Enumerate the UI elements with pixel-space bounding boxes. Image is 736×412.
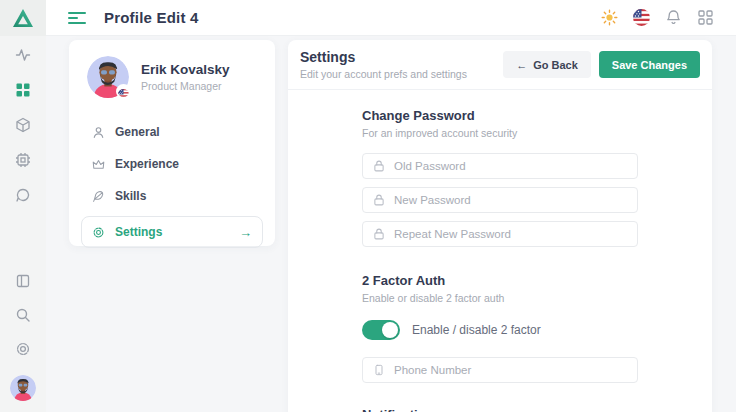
layout-icon[interactable] [15,273,31,289]
lock-icon [373,194,385,206]
toggle-label: Enable / disable 2 factor [412,323,541,337]
notifications-section: Notifications Configure how you receive … [362,407,638,412]
menu-item-general[interactable]: General [81,116,263,148]
profile-name: Erik Kovalsky [141,62,230,77]
two-factor-section: 2 Factor Auth Enable or disable 2 factor… [362,273,638,383]
settings-form: Change Password For an improved account … [362,108,638,412]
menu-item-label: Skills [115,189,146,203]
arrow-left-icon: ← [516,59,527,71]
phone-number-field[interactable] [362,357,638,383]
settings-actions: ← Go Back Save Changes [503,51,700,78]
bell-icon[interactable] [665,9,682,26]
avatar-illustration [10,375,36,401]
settings-title: Settings [300,49,467,65]
user-avatar[interactable] [10,375,36,401]
gear-icon[interactable] [15,341,31,357]
toggle-knob [382,322,398,338]
old-password-input[interactable] [394,160,627,172]
package-icon[interactable] [15,117,31,133]
header-actions [601,9,714,26]
dashboard-grid-icon[interactable] [15,82,31,98]
icon-sidebar [0,0,46,412]
menu-item-skills[interactable]: Skills [81,180,263,212]
repeat-password-field[interactable] [362,221,638,247]
activity-icon[interactable] [15,47,31,63]
section-subtitle: Enable or disable 2 factor auth [362,292,638,304]
go-back-button[interactable]: ← Go Back [503,51,591,78]
settings-header: Settings Edit your account prefs and set… [288,40,712,90]
lock-icon [373,160,385,172]
go-back-label: Go Back [533,59,578,71]
menu-item-label: Settings [115,225,162,239]
app-logo[interactable] [0,0,46,36]
us-flag-icon[interactable] [633,9,650,26]
chat-icon[interactable] [15,187,31,203]
feather-icon [92,190,105,203]
password-fields [362,153,638,247]
page-content: Erik Kovalsky Product Manager General Ex… [46,36,736,412]
menu-item-settings[interactable]: Settings → [81,216,263,248]
page-title: Profile Edit 4 [104,9,199,26]
profile-role: Product Manager [141,80,230,92]
sun-icon[interactable] [601,9,618,26]
change-password-section: Change Password For an improved account … [362,108,638,247]
logo-triangle-icon [12,8,34,28]
new-password-input[interactable] [394,194,627,206]
old-password-field[interactable] [362,153,638,179]
profile-menu: General Experience Skills Settings → [69,110,275,248]
menu-item-experience[interactable]: Experience [81,148,263,180]
section-title: Change Password [362,108,638,123]
settings-subtitle: Edit your account prefs and settings [300,68,467,80]
rail-top-nav [15,36,31,203]
menu-item-label: Experience [115,157,179,171]
section-title: 2 Factor Auth [362,273,638,288]
menu-item-label: General [115,125,160,139]
lock-icon [373,228,385,240]
two-factor-toggle[interactable] [362,320,400,340]
arrow-right-icon: → [239,226,252,239]
two-factor-toggle-row: Enable / disable 2 factor [362,320,638,340]
cpu-icon[interactable] [15,152,31,168]
rail-bottom-nav [10,273,36,412]
profile-card: Erik Kovalsky Product Manager General Ex… [69,40,275,246]
profile-avatar [87,56,129,98]
gear-icon [92,226,105,239]
apps-grid-icon[interactable] [697,9,714,26]
user-icon [92,126,105,139]
menu-toggle-icon[interactable] [68,12,86,24]
smartphone-icon [373,364,385,376]
crown-icon [92,158,105,171]
save-changes-button[interactable]: Save Changes [599,51,700,78]
section-subtitle: For an improved account security [362,127,638,139]
profile-identity: Erik Kovalsky Product Manager [141,62,230,92]
settings-heading: Settings Edit your account prefs and set… [300,49,467,80]
country-flag-badge [116,84,131,99]
settings-panel: Settings Edit your account prefs and set… [288,40,712,412]
profile-summary: Erik Kovalsky Product Manager [69,40,275,110]
new-password-field[interactable] [362,187,638,213]
repeat-password-input[interactable] [394,228,627,240]
search-icon[interactable] [15,307,31,323]
phone-number-input[interactable] [394,364,627,376]
section-title: Notifications [362,407,638,412]
top-header: Profile Edit 4 [46,0,736,36]
